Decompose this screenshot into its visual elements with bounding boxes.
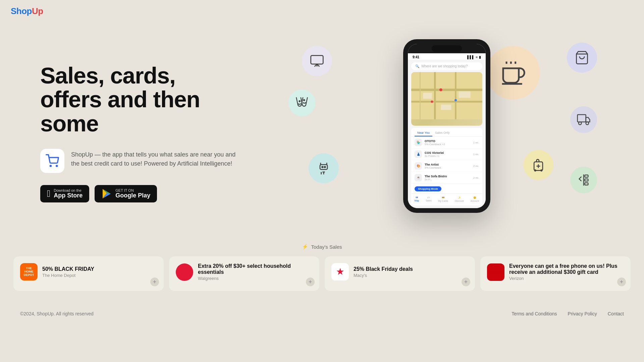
copyright: ©2024, ShopUp. All rights reserved (20, 311, 94, 316)
app-icon-box (40, 149, 64, 173)
sale-title: 50% BLACK FRIDAY (42, 266, 94, 272)
svg-point-38 (454, 99, 457, 101)
store-info: The Artist 2% Cashback (425, 163, 473, 169)
sale-store: Verizon (509, 276, 624, 281)
store-name: The Artist (425, 163, 473, 166)
store-sub: 3x Points +1 (425, 155, 473, 158)
design-tools-icon-bubble (570, 167, 597, 193)
nav-cards-label: My Cards (438, 200, 448, 202)
google-play-button[interactable]: GET IT ON Google Play (95, 185, 157, 202)
design-tools-icon (577, 173, 590, 187)
phone-tabs: Near You Sales Only (411, 128, 482, 137)
phone-mockup: 9:41 ▌▌▌ ≈ ▮ 🔍 Where are we shopping tod… (403, 39, 490, 213)
discover-icon: ✨ (458, 196, 461, 199)
nav-sales[interactable]: 🏷 Sales (426, 196, 432, 202)
nav-map-label: Map (415, 199, 419, 202)
shopping-bag-icon (575, 50, 589, 65)
svg-point-37 (439, 88, 442, 92)
lightning-icon: ⚡ (302, 244, 308, 250)
nav-map[interactable]: 🗺 Map (415, 196, 419, 202)
plug-icon-bubble (309, 153, 339, 183)
svg-rect-41 (441, 105, 451, 110)
sale-add-button[interactable]: + (462, 278, 470, 286)
phone-screen: 9:41 ▌▌▌ ≈ ▮ 🔍 Where are we shopping tod… (408, 44, 486, 208)
phone-time: 9:41 (413, 55, 419, 59)
app-store-button[interactable]:  Download on the App Store (40, 185, 89, 202)
app-store-main: App Store (54, 192, 83, 199)
monitor-icon (310, 54, 324, 68)
theater-icon-bubble (288, 89, 315, 116)
svg-point-0 (50, 165, 51, 166)
nav-discover[interactable]: ✨ Discover (455, 196, 464, 202)
sales-cards: THEHOMEDEPOT 50% BLACK FRIDAY The Home D… (13, 256, 631, 291)
store-icon: ☕ (415, 174, 422, 181)
phone-tab-sales-only[interactable]: Sales Only (432, 130, 452, 136)
contact-link[interactable]: Contact (608, 311, 624, 316)
phone-status-icons: ▌▌▌ ≈ ▮ (467, 55, 481, 59)
header: ShopUp (0, 0, 644, 22)
google-play-icon (101, 188, 112, 199)
store-sub: 2x P... (425, 178, 473, 181)
store-dist: 2 mi. (473, 176, 479, 179)
app-store-sub: Download on the (54, 188, 83, 192)
google-play-main: Google Play (115, 192, 150, 199)
svg-rect-28 (585, 175, 588, 177)
cart-icon (46, 154, 59, 168)
sale-add-button[interactable]: + (617, 278, 626, 286)
store-icon: 🏪 (415, 139, 422, 146)
list-item: 🎨 The Artist 2% Cashback 2 mi. (411, 160, 482, 172)
store-dist: 2 mi. (473, 165, 479, 168)
store-icon: 🎨 (415, 162, 422, 170)
monitor-icon-bubble (302, 46, 332, 76)
phone-search-icon: 🔍 (415, 64, 419, 68)
app-description: ShopUp — the app that tells you what sal… (40, 149, 241, 173)
sale-add-button[interactable]: + (306, 278, 315, 286)
privacy-link[interactable]: Privacy Policy (568, 311, 597, 316)
nav-account[interactable]: 😊 Account (471, 196, 479, 202)
sale-card-homedepot: THEHOMEDEPOT 50% BLACK FRIDAY The Home D… (13, 256, 164, 291)
phone-notch-pill (432, 45, 462, 52)
wifi-icon: ≈ (476, 55, 478, 59)
coffee-icon (500, 59, 527, 86)
signal-icon: ▌▌▌ (467, 55, 474, 59)
luggage-icon-bubble (523, 150, 553, 180)
nav-account-label: Account (471, 200, 479, 202)
sales-header: ⚡ Today's Sales (13, 244, 631, 250)
store-name: COS Victoriei (425, 151, 473, 155)
macys-logo: ★ (331, 263, 349, 281)
sale-add-button[interactable]: + (150, 278, 159, 286)
svg-rect-18 (578, 115, 586, 122)
nav-my-cards[interactable]: 💳 My Cards (438, 196, 448, 202)
svg-point-25 (535, 170, 536, 171)
shopping-mode-button[interactable]: Shopping Mode (415, 186, 441, 191)
sales-header-text: Today's Sales (311, 244, 342, 250)
store-info: OTOTO 5% Cashback +2 (425, 139, 473, 146)
tag-icon: 🏷 (427, 196, 430, 199)
phone-status-bar: 9:41 ▌▌▌ ≈ ▮ (408, 53, 486, 60)
phone-search: 🔍 Where are we shopping today? (411, 62, 482, 70)
hero-left: Sales, cards, offers and then some ShopU… (40, 64, 241, 202)
app-description-text: ShopUp — the app that tells you what sal… (71, 150, 241, 168)
sale-card-header: ★ 25% Black Friday deals Macy's (331, 263, 468, 281)
sale-card-walgreens: W Extra 20% off $30+ select household es… (169, 256, 319, 291)
hero-title: Sales, cards, offers and then some (40, 64, 241, 135)
verizon-logo: verizon (487, 263, 504, 281)
sale-card-header: THEHOMEDEPOT 50% BLACK FRIDAY The Home D… (20, 263, 157, 281)
phone-map (411, 72, 482, 126)
store-sub: 5% Cashback +2 (425, 143, 473, 146)
svg-rect-30 (585, 183, 588, 185)
truck-icon (577, 113, 590, 126)
coffee-icon-bubble (486, 46, 540, 100)
logo[interactable]: ShopUp (11, 6, 633, 16)
sales-section: ⚡ Today's Sales THEHOMEDEPOT 50% BLACK F… (0, 244, 644, 304)
map-icon: 🗺 (416, 196, 418, 199)
store-dist: 1 mi. (473, 153, 479, 156)
svg-point-12 (324, 167, 326, 168)
terms-link[interactable]: Terms and Conditions (512, 311, 557, 316)
phone-tab-near-you[interactable]: Near You (415, 130, 432, 136)
store-info: COS Victoriei 3x Points +1 (425, 151, 473, 158)
sale-title: Extra 20% off $30+ select household esse… (198, 263, 313, 275)
list-item: ☕ The Sofa Bistro 2x P... 2 mi. (411, 172, 482, 184)
sale-store: Macy's (354, 273, 413, 278)
sale-title: 25% Black Friday deals (354, 266, 413, 272)
